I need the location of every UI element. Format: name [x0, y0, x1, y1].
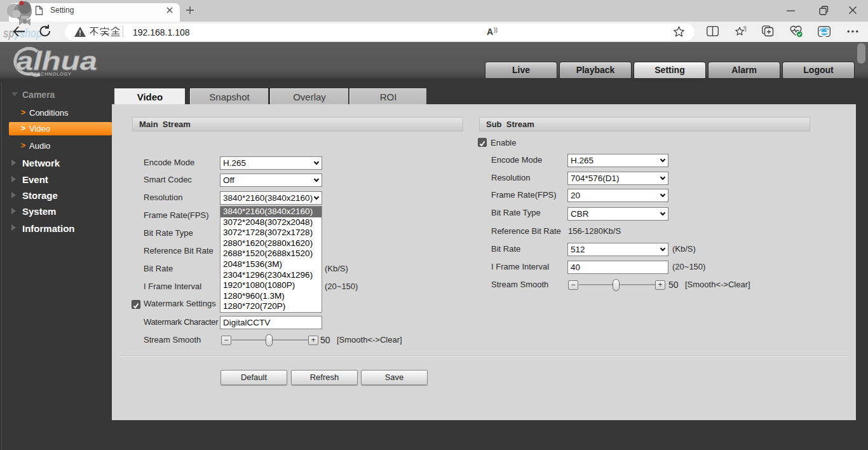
svg-text:TECHNOLOGY: TECHNOLOGY — [34, 71, 72, 77]
svg-text:)): )) — [494, 27, 498, 33]
svg-text:A: A — [487, 27, 493, 37]
